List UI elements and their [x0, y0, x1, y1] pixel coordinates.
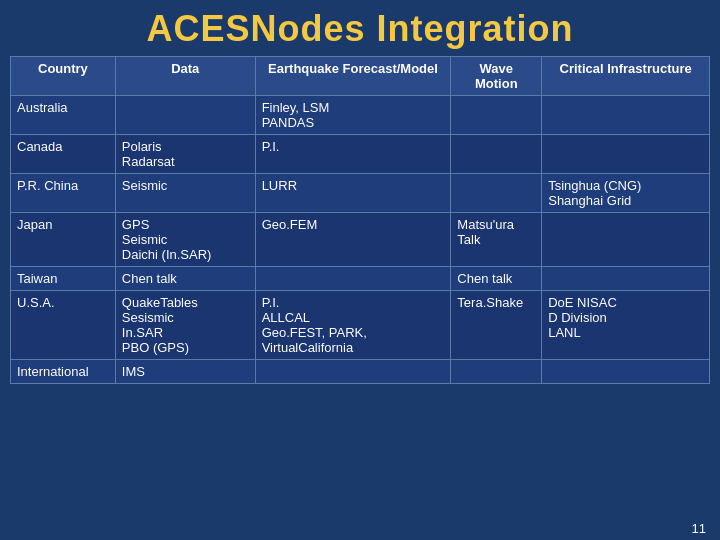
cell-critical — [542, 360, 710, 384]
cell-data: QuakeTablesSesismicIn.SARPBO (GPS) — [115, 291, 255, 360]
page-title: ACESNodes Integration — [20, 8, 700, 50]
cell-eq: LURR — [255, 174, 451, 213]
header-country: Country — [11, 57, 116, 96]
cell-eq: Finley, LSMPANDAS — [255, 96, 451, 135]
table-header-row: Country Data Earthquake Forecast/Model W… — [11, 57, 710, 96]
cell-wave — [451, 135, 542, 174]
cell-critical: Tsinghua (CNG)Shanghai Grid — [542, 174, 710, 213]
cell-country: Australia — [11, 96, 116, 135]
page-number: 11 — [692, 521, 706, 536]
cell-country: P.R. China — [11, 174, 116, 213]
title-bar: ACESNodes Integration — [0, 0, 720, 56]
table-row: U.S.A.QuakeTablesSesismicIn.SARPBO (GPS)… — [11, 291, 710, 360]
cell-wave: Tera.Shake — [451, 291, 542, 360]
cell-wave: Chen talk — [451, 267, 542, 291]
table-row: CanadaPolarisRadarsatP.I. — [11, 135, 710, 174]
header-data: Data — [115, 57, 255, 96]
cell-critical: DoE NISACD DivisionLANL — [542, 291, 710, 360]
header-wave: Wave Motion — [451, 57, 542, 96]
cell-wave — [451, 96, 542, 135]
cell-data: Chen talk — [115, 267, 255, 291]
table-row: TaiwanChen talkChen talk — [11, 267, 710, 291]
cell-eq — [255, 360, 451, 384]
table-row: P.R. ChinaSeismicLURRTsinghua (CNG)Shang… — [11, 174, 710, 213]
cell-eq: Geo.FEM — [255, 213, 451, 267]
cell-eq: P.I. — [255, 135, 451, 174]
cell-data — [115, 96, 255, 135]
cell-country: Taiwan — [11, 267, 116, 291]
cell-eq — [255, 267, 451, 291]
cell-country: U.S.A. — [11, 291, 116, 360]
cell-data: PolarisRadarsat — [115, 135, 255, 174]
cell-data: Seismic — [115, 174, 255, 213]
table-body: AustraliaFinley, LSMPANDASCanadaPolarisR… — [11, 96, 710, 384]
cell-country: Canada — [11, 135, 116, 174]
cell-country: International — [11, 360, 116, 384]
header-eq: Earthquake Forecast/Model — [255, 57, 451, 96]
cell-wave — [451, 360, 542, 384]
cell-country: Japan — [11, 213, 116, 267]
cell-critical — [542, 96, 710, 135]
table-container: Country Data Earthquake Forecast/Model W… — [0, 56, 720, 540]
cell-data: IMS — [115, 360, 255, 384]
table-row: AustraliaFinley, LSMPANDAS — [11, 96, 710, 135]
cell-critical — [542, 135, 710, 174]
cell-wave — [451, 174, 542, 213]
page-wrapper: ACESNodes Integration Country Data Earth… — [0, 0, 720, 540]
cell-eq: P.I.ALLCALGeo.FEST, PARK,VirtualCaliforn… — [255, 291, 451, 360]
main-table: Country Data Earthquake Forecast/Model W… — [10, 56, 710, 384]
cell-critical — [542, 267, 710, 291]
cell-wave: Matsu'uraTalk — [451, 213, 542, 267]
table-row: JapanGPSSeismicDaichi (In.SAR)Geo.FEMMat… — [11, 213, 710, 267]
header-critical: Critical Infrastructure — [542, 57, 710, 96]
table-row: InternationalIMS — [11, 360, 710, 384]
cell-data: GPSSeismicDaichi (In.SAR) — [115, 213, 255, 267]
cell-critical — [542, 213, 710, 267]
